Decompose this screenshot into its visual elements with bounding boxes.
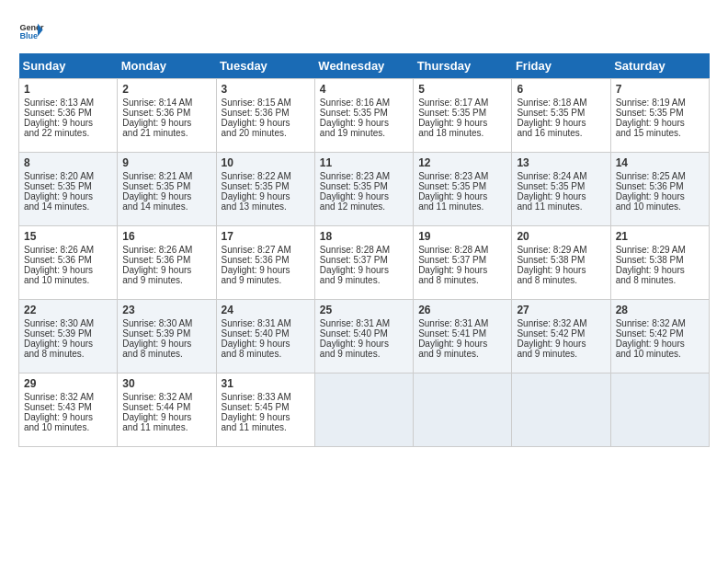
calendar-cell: 11Sunrise: 8:23 AMSunset: 5:35 PMDayligh… [314, 153, 413, 226]
day-number: 9 [122, 156, 210, 169]
day-info-line: and 9 minutes. [320, 275, 408, 285]
day-info-line: Sunrise: 8:29 AM [517, 245, 605, 255]
day-info-line: Sunrise: 8:32 AM [122, 392, 210, 402]
day-info-line: Sunrise: 8:21 AM [122, 171, 210, 181]
calendar-cell: 27Sunrise: 8:32 AMSunset: 5:42 PMDayligh… [512, 300, 610, 373]
svg-text:Blue: Blue [19, 31, 38, 40]
calendar-cell: 8Sunrise: 8:20 AMSunset: 5:35 PMDaylight… [19, 153, 118, 226]
calendar-week-3: 15Sunrise: 8:26 AMSunset: 5:36 PMDayligh… [19, 226, 710, 300]
day-info-line: Daylight: 9 hours [222, 118, 310, 128]
day-info-line: Sunset: 5:39 PM [24, 328, 112, 339]
day-info-line: Daylight: 9 hours [418, 191, 506, 201]
calendar-week-5: 29Sunrise: 8:32 AMSunset: 5:43 PMDayligh… [19, 373, 710, 447]
day-info-line: Daylight: 9 hours [24, 118, 112, 128]
calendar-cell: 1Sunrise: 8:13 AMSunset: 5:36 PMDaylight… [19, 79, 118, 153]
day-number: 11 [320, 156, 408, 169]
day-number: 16 [122, 230, 210, 243]
day-info-line: Sunset: 5:45 PM [222, 402, 310, 412]
day-info-line: Sunset: 5:36 PM [122, 108, 210, 118]
day-number: 21 [616, 230, 704, 243]
day-info-line: and 10 minutes. [24, 422, 112, 432]
calendar-cell: 16Sunrise: 8:26 AMSunset: 5:36 PMDayligh… [118, 226, 216, 300]
calendar-cell: 15Sunrise: 8:26 AMSunset: 5:36 PMDayligh… [19, 226, 118, 300]
calendar-body: 1Sunrise: 8:13 AMSunset: 5:36 PMDaylight… [19, 79, 710, 447]
logo-icon: General Blue [18, 18, 44, 44]
day-info-line: Daylight: 9 hours [222, 339, 310, 349]
day-info-line: Daylight: 9 hours [222, 265, 310, 275]
day-number: 23 [122, 304, 210, 316]
day-info-line: and 11 minutes. [122, 422, 210, 432]
calendar-cell [610, 373, 709, 447]
day-number: 5 [418, 83, 506, 96]
day-info-line: Daylight: 9 hours [222, 191, 310, 201]
calendar-cell: 25Sunrise: 8:31 AMSunset: 5:40 PMDayligh… [314, 300, 413, 373]
calendar-cell: 26Sunrise: 8:31 AMSunset: 5:41 PMDayligh… [414, 300, 512, 373]
day-info-line: Sunset: 5:35 PM [517, 108, 605, 118]
page-header: General Blue [18, 18, 710, 44]
day-info-line: Daylight: 9 hours [320, 118, 408, 128]
day-info-line: and 15 minutes. [616, 128, 704, 138]
day-number: 25 [320, 304, 408, 316]
calendar-cell: 2Sunrise: 8:14 AMSunset: 5:36 PMDaylight… [118, 79, 216, 153]
day-info-line: and 11 minutes. [418, 201, 506, 212]
day-info-line: Sunrise: 8:30 AM [122, 318, 210, 328]
day-info-line: Sunset: 5:42 PM [616, 328, 704, 339]
calendar-cell: 22Sunrise: 8:30 AMSunset: 5:39 PMDayligh… [19, 300, 118, 373]
day-number: 14 [616, 156, 704, 169]
day-info-line: Daylight: 9 hours [24, 265, 112, 275]
day-number: 27 [517, 304, 605, 316]
day-info-line: and 9 minutes. [222, 275, 310, 285]
day-info-line: Sunrise: 8:28 AM [320, 245, 408, 255]
day-info-line: Sunrise: 8:22 AM [222, 171, 310, 181]
day-info-line: Sunrise: 8:32 AM [24, 392, 112, 402]
day-info-line: Sunrise: 8:20 AM [24, 171, 112, 181]
weekday-header-tuesday: Tuesday [216, 53, 314, 79]
day-info-line: Sunrise: 8:19 AM [616, 98, 704, 108]
day-info-line: Sunset: 5:35 PM [418, 108, 506, 118]
calendar-cell: 3Sunrise: 8:15 AMSunset: 5:36 PMDaylight… [216, 79, 314, 153]
day-info-line: Sunrise: 8:13 AM [24, 98, 112, 108]
day-info-line: Daylight: 9 hours [122, 191, 210, 201]
day-number: 30 [122, 377, 210, 390]
day-info-line: and 10 minutes. [616, 349, 704, 359]
day-info-line: Sunrise: 8:31 AM [418, 318, 506, 328]
day-info-line: Sunset: 5:36 PM [122, 255, 210, 265]
day-info-line: and 8 minutes. [222, 349, 310, 359]
day-info-line: Daylight: 9 hours [616, 339, 704, 349]
day-info-line: Sunrise: 8:27 AM [222, 245, 310, 255]
day-info-line: Sunset: 5:35 PM [616, 108, 704, 118]
logo: General Blue [18, 18, 44, 44]
day-number: 31 [222, 377, 310, 390]
day-number: 28 [616, 304, 704, 316]
day-info-line: Sunset: 5:39 PM [122, 328, 210, 339]
calendar-cell: 7Sunrise: 8:19 AMSunset: 5:35 PMDaylight… [610, 79, 709, 153]
day-number: 8 [24, 156, 112, 169]
day-info-line: Daylight: 9 hours [24, 339, 112, 349]
day-info-line: Sunrise: 8:16 AM [320, 98, 408, 108]
day-number: 24 [222, 304, 310, 316]
weekday-header-wednesday: Wednesday [314, 53, 413, 79]
calendar-cell: 12Sunrise: 8:23 AMSunset: 5:35 PMDayligh… [414, 153, 512, 226]
calendar-cell [314, 373, 413, 447]
weekday-header-friday: Friday [512, 53, 610, 79]
calendar-cell: 24Sunrise: 8:31 AMSunset: 5:40 PMDayligh… [216, 300, 314, 373]
day-info-line: and 19 minutes. [320, 128, 408, 138]
day-info-line: Sunset: 5:35 PM [122, 181, 210, 191]
day-info-line: and 8 minutes. [517, 275, 605, 285]
weekday-header-monday: Monday [118, 53, 216, 79]
calendar-cell [512, 373, 610, 447]
day-info-line: Sunset: 5:37 PM [418, 255, 506, 265]
day-info-line: and 20 minutes. [222, 128, 310, 138]
day-info-line: and 22 minutes. [24, 128, 112, 138]
day-info-line: Sunrise: 8:31 AM [320, 318, 408, 328]
weekday-header-sunday: Sunday [19, 53, 118, 79]
calendar-cell [414, 373, 512, 447]
day-info-line: Sunrise: 8:30 AM [24, 318, 112, 328]
day-number: 22 [24, 304, 112, 316]
day-info-line: and 9 minutes. [418, 349, 506, 359]
day-number: 1 [24, 83, 112, 96]
calendar-week-2: 8Sunrise: 8:20 AMSunset: 5:35 PMDaylight… [19, 153, 710, 226]
day-number: 20 [517, 230, 605, 243]
calendar-cell: 28Sunrise: 8:32 AMSunset: 5:42 PMDayligh… [610, 300, 709, 373]
day-info-line: Sunset: 5:36 PM [222, 108, 310, 118]
